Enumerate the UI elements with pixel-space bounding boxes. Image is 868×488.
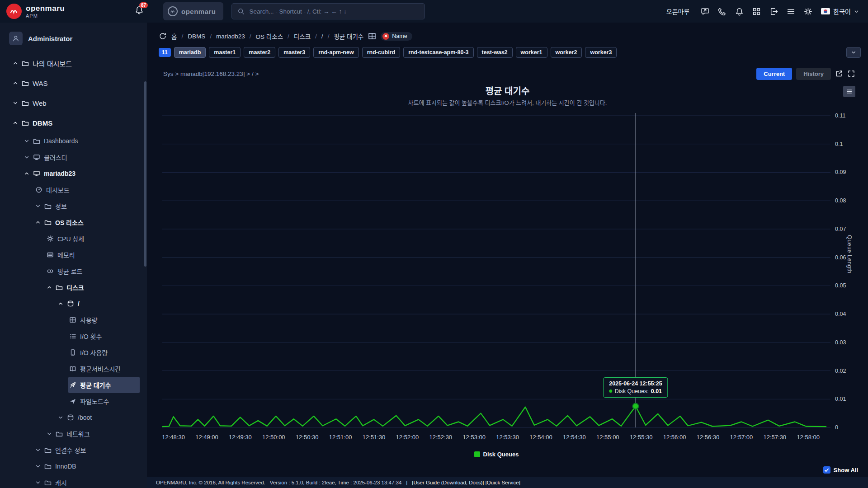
sidebar-item[interactable]: I/O 사용량 [68,344,140,361]
book-icon [69,365,76,372]
sidebar-item[interactable]: I/O 횟수 [68,328,140,344]
breadcrumb-item[interactable]: mariadb23 [216,33,245,40]
external-link-icon[interactable] [835,70,843,78]
sidebar-item[interactable]: 평균 대기수 [68,377,140,393]
sidebar-item-label: 캐시 [55,478,67,487]
chevron-up-icon [13,120,18,126]
apps-grid-icon[interactable] [752,7,761,16]
sidebar-item[interactable]: 평균 로드 [46,263,140,279]
sidebar-item[interactable]: mariadb23 [23,165,140,182]
chart-canvas[interactable]: 00.010.020.030.040.050.060.070.080.090.1… [162,113,868,447]
sidebar-item-label: 정보 [55,202,67,211]
sidebar-item[interactable]: 디스크 [46,279,140,296]
sidebar-item-label: 나의 대시보드 [33,59,72,68]
context-actions: Current History [756,68,855,80]
tag-dropdown-button[interactable] [846,47,861,58]
list-icon [69,333,76,340]
sidebar-item-label: Dashboards [44,137,78,145]
hamburger-menu-icon[interactable] [787,7,795,16]
chart-context-menu-button[interactable] [843,86,855,97]
openmaru-peer-widget[interactable]: openmaru [163,2,223,20]
current-button[interactable]: Current [756,68,792,80]
sidebar-user[interactable]: Administrator [0,23,147,53]
sidebar-item[interactable]: Dashboards [23,133,140,149]
sidebar-scrollbar[interactable] [144,81,146,267]
header-right: 오픈마루 한국어 [666,7,868,16]
svg-text:12:48:30: 12:48:30 [162,434,185,441]
chevron-down-icon [35,203,41,209]
breadcrumb-item[interactable]: 디스크 [294,32,311,41]
tag-chip[interactable]: rnd-cubird [362,47,401,58]
breadcrumb-item[interactable]: / [321,33,323,40]
tag-chip[interactable]: master2 [244,47,275,58]
sidebar-item[interactable]: 나의 대시보드 [12,53,140,73]
tag-chip[interactable]: test-was2 [477,47,513,58]
logout-icon[interactable] [769,7,778,16]
filter-name-pill[interactable]: ✕ Name [381,32,412,41]
tag-chip[interactable]: worker3 [585,47,617,58]
dashboard-icon [35,186,42,193]
tag-chip[interactable]: worker1 [516,47,547,58]
sidebar-item[interactable]: 캐시 [34,474,140,488]
folder-icon [44,463,52,470]
sidebar-item[interactable]: /boot [57,409,140,426]
sidebar: Administrator 나의 대시보드WASWebDBMSDashboard… [0,23,147,488]
history-button[interactable]: History [796,68,831,80]
top-header: openmaru APM 87 openmaru 오픈마루 한국어 [0,0,868,23]
remove-filter-icon[interactable]: ✕ [382,33,389,40]
breadcrumb-separator: / [328,33,330,40]
breadcrumb-item[interactable]: OS 리소스 [256,32,283,41]
notifications-bell-icon[interactable]: 87 [135,5,144,14]
settings-gear-icon[interactable] [804,7,812,16]
show-all-control[interactable]: Show All [823,466,858,474]
alerts-bell-icon[interactable] [735,7,744,16]
sidebar-item-label: mariadb23 [44,170,75,177]
sidebar-item[interactable]: / [57,296,140,312]
svg-text:0.04: 0.04 [835,311,846,317]
sidebar-item[interactable]: WAS [12,73,140,93]
context-path: Sys > mariadb[192.168.23.23] > / > [163,70,259,77]
remote-support-icon[interactable] [701,7,709,16]
sidebar-item[interactable]: 평균서비스시간 [68,361,140,377]
fullscreen-icon[interactable] [847,70,855,78]
language-selector[interactable]: 한국어 [821,7,859,16]
send-icon [69,398,76,405]
sidebar-item[interactable]: InnoDB [34,458,140,474]
sidebar-item[interactable]: DBMS [12,113,140,133]
sidebar-item[interactable]: CPU 상세 [46,230,140,247]
main-content: 홈/DBMS/mariadb23/OS 리소스/디스크///평균 대기수 ✕ N… [147,23,868,477]
sidebar-item[interactable]: 파일노드수 [68,393,140,409]
phone-icon[interactable] [718,7,726,16]
svg-text:12:54:30: 12:54:30 [563,434,586,441]
tag-chip[interactable]: rnd-testcase-apm-80-3 [403,47,473,58]
breadcrumb-separator: / [210,33,212,40]
breadcrumb-item[interactable]: 홈 [171,32,177,41]
refresh-icon[interactable] [159,32,167,40]
tag-chip[interactable]: rnd-apm-new [313,47,359,58]
chart-legend[interactable]: Disk Queues [162,451,830,458]
sidebar-item[interactable]: 사용량 [68,312,140,328]
folder-icon [44,446,52,454]
sidebar-item[interactable]: 메모리 [46,247,140,263]
tag-chip[interactable]: worker2 [551,47,582,58]
sidebar-item[interactable]: 대시보드 [34,182,140,198]
tag-chip[interactable]: mariadb [174,47,206,58]
sidebar-item[interactable]: 클러스터 [23,149,140,165]
sidebar-item[interactable]: 정보 [34,198,140,214]
sidebar-item[interactable]: 네트워크 [46,426,140,442]
breadcrumb-item[interactable]: 평균 대기수 [334,32,363,41]
tag-chip[interactable]: master3 [278,47,310,58]
breadcrumb-item[interactable]: DBMS [188,33,205,40]
sidebar-item[interactable]: 연결수 정보 [34,442,140,458]
folder-icon [33,137,40,145]
table-view-icon[interactable] [368,32,376,40]
sidebar-item[interactable]: OS 리소스 [34,214,140,230]
tag-chip[interactable]: master1 [209,47,241,58]
footer-links[interactable]: [User Guide (Download, Docs)] [Quick Ser… [412,480,520,485]
svg-text:0.08: 0.08 [835,197,846,204]
svg-text:0.05: 0.05 [835,282,846,289]
search-input[interactable] [249,8,419,15]
sidebar-item[interactable]: Web [12,93,140,113]
show-all-checkbox[interactable] [823,466,830,474]
sidebar-item-label: 클러스터 [44,153,67,162]
